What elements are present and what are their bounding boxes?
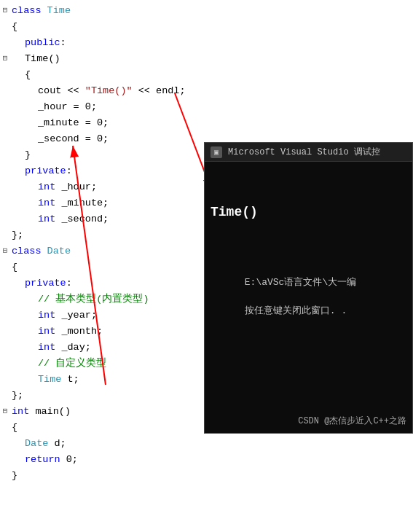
code-token: _hour = 0; bbox=[38, 101, 97, 112]
code-token: public bbox=[25, 37, 60, 48]
code-token: _year; bbox=[55, 310, 97, 321]
collapse-icon[interactable]: ⊟ bbox=[3, 4, 8, 17]
line-code: }; bbox=[12, 227, 23, 243]
code-line: public: bbox=[0, 35, 413, 51]
code-token: _minute = 0; bbox=[38, 117, 109, 128]
code-token: _month; bbox=[55, 326, 103, 337]
code-token: int bbox=[38, 197, 55, 208]
console-path-line1: E:\aVSc语言文件\大一编 bbox=[245, 277, 356, 288]
code-token: : bbox=[66, 278, 72, 289]
line-gutter: ⊟ bbox=[0, 4, 12, 17]
code-token: } bbox=[12, 470, 17, 481]
line-gutter: ⊟ bbox=[0, 245, 12, 258]
collapse-icon[interactable]: ⊟ bbox=[3, 405, 8, 418]
code-token: cout << bbox=[38, 85, 85, 96]
console-footer: CSDN @杰信步近入C++之路 bbox=[298, 415, 406, 427]
code-token: // 自定义类型 bbox=[38, 358, 106, 369]
line-code: // 自定义类型 bbox=[12, 356, 106, 372]
line-code: class Date bbox=[12, 243, 71, 259]
line-code: // 基本类型(内置类型) bbox=[12, 292, 149, 308]
code-token: private bbox=[25, 165, 66, 176]
code-token: int bbox=[38, 214, 55, 224]
code-token: : bbox=[60, 37, 66, 48]
code-line: _minute = 0; bbox=[0, 115, 413, 131]
line-code: int _second; bbox=[12, 211, 109, 227]
code-token: return bbox=[25, 454, 60, 465]
code-token: _second; bbox=[55, 214, 109, 224]
line-code: public: bbox=[12, 35, 66, 51]
collapse-icon[interactable]: ⊟ bbox=[3, 52, 8, 66]
code-token: Time() bbox=[25, 53, 60, 64]
line-code: private: bbox=[12, 163, 72, 179]
line-gutter: ⊟ bbox=[0, 52, 12, 66]
line-code: } bbox=[12, 147, 31, 163]
line-code: { bbox=[12, 259, 17, 275]
line-code: { bbox=[12, 67, 31, 83]
code-token: int bbox=[12, 406, 29, 417]
code-token: : bbox=[66, 165, 72, 176]
code-token: }; bbox=[12, 230, 23, 240]
line-code: int _hour; bbox=[12, 179, 97, 195]
line-gutter: ⊟ bbox=[0, 405, 12, 418]
line-code: class Time bbox=[12, 3, 71, 19]
code-token: class bbox=[12, 5, 47, 16]
line-code: private: bbox=[12, 275, 72, 292]
collapse-icon[interactable]: ⊟ bbox=[3, 245, 8, 258]
line-code: _second = 0; bbox=[12, 131, 109, 147]
line-code: } bbox=[12, 468, 17, 484]
code-token: int bbox=[38, 181, 55, 192]
line-code: int main() bbox=[12, 404, 71, 420]
line-code: Date d; bbox=[12, 436, 66, 452]
code-line: Date d; bbox=[0, 436, 413, 452]
code-line: _hour = 0; bbox=[0, 99, 413, 115]
console-app-icon: ▣ bbox=[211, 146, 222, 158]
code-line: ⊟Time() bbox=[0, 51, 413, 67]
code-token: int bbox=[38, 310, 55, 321]
code-token: int bbox=[38, 342, 55, 353]
code-token: << endl; bbox=[133, 85, 186, 96]
code-token: d; bbox=[48, 438, 66, 449]
code-token: { bbox=[12, 262, 17, 273]
code-token: t; bbox=[61, 374, 79, 385]
console-window: ▣ Microsoft Visual Studio 调试控 Time() E:\… bbox=[204, 142, 413, 434]
line-code: _minute = 0; bbox=[12, 115, 109, 131]
code-token: _day; bbox=[55, 342, 91, 353]
line-code: Time() bbox=[12, 51, 60, 67]
line-code: { bbox=[12, 19, 17, 35]
line-code: { bbox=[12, 420, 17, 436]
console-path-line2: 按任意键关闭此窗口. . bbox=[245, 305, 347, 316]
code-token: main() bbox=[29, 406, 71, 417]
code-token: "Time()" bbox=[85, 85, 133, 96]
line-code: return 0; bbox=[12, 452, 78, 468]
code-token: Date bbox=[25, 438, 48, 449]
code-token: _second = 0; bbox=[38, 133, 109, 144]
console-icon-glyph: ▣ bbox=[214, 148, 219, 157]
code-token: private bbox=[25, 278, 66, 289]
console-body: Time() E:\aVSc语言文件\大一编 按任意键关闭此窗口. . bbox=[205, 162, 412, 372]
code-token: { bbox=[25, 69, 31, 80]
code-line: } bbox=[0, 468, 413, 484]
console-titlebar: ▣ Microsoft Visual Studio 调试控 bbox=[205, 143, 412, 162]
line-code: Time t; bbox=[12, 372, 79, 388]
code-token: _hour; bbox=[55, 181, 97, 192]
console-title: Microsoft Visual Studio 调试控 bbox=[228, 146, 380, 158]
line-code: _hour = 0; bbox=[12, 99, 97, 115]
code-token: { bbox=[12, 21, 17, 32]
code-line: cout << "Time()" << endl; bbox=[0, 83, 413, 99]
console-path: E:\aVSc语言文件\大一编 按任意键关闭此窗口. . bbox=[211, 261, 406, 332]
code-line: { bbox=[0, 67, 413, 83]
code-token: _minute; bbox=[55, 197, 109, 208]
code-line: { bbox=[0, 19, 413, 35]
line-code: int _month; bbox=[12, 324, 103, 340]
code-token: }; bbox=[12, 390, 23, 401]
line-code: int _day; bbox=[12, 340, 91, 356]
code-token: int bbox=[38, 326, 55, 337]
line-code: cout << "Time()" << endl; bbox=[12, 83, 186, 99]
line-code: }; bbox=[12, 388, 23, 404]
line-code: int _year; bbox=[12, 308, 97, 324]
code-token: 0; bbox=[60, 454, 78, 465]
code-line: ⊟class Time bbox=[0, 3, 413, 19]
code-token: // 基本类型(内置类型) bbox=[38, 294, 149, 305]
code-token: Date bbox=[47, 246, 71, 257]
code-token: Time bbox=[47, 5, 71, 16]
